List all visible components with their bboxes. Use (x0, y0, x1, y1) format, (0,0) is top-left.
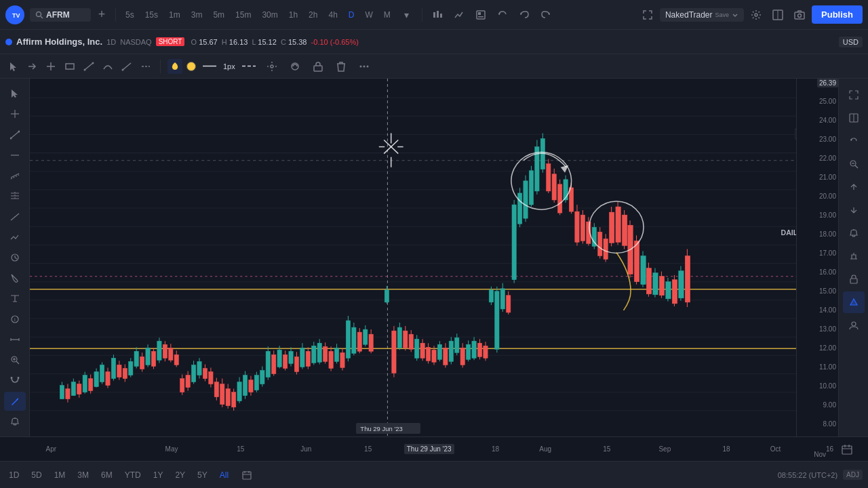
active-draw-tool[interactable] (4, 392, 26, 411)
adj-button[interactable]: ADJ (843, 470, 863, 480)
zoom-right[interactable] (843, 153, 865, 175)
cursor-tool-sidebar[interactable] (4, 84, 26, 103)
fullscreen-right[interactable] (843, 84, 865, 106)
magnet-tool[interactable] (4, 371, 26, 390)
date-picker[interactable] (237, 466, 256, 485)
tf-ytd[interactable]: YTD (121, 468, 144, 482)
time-30m[interactable]: 30m (258, 8, 281, 22)
zoom-tool[interactable] (4, 350, 26, 369)
tf-6m[interactable]: 6M (98, 468, 116, 482)
undo-button[interactable] (515, 5, 534, 24)
time-5m[interactable]: 5m (209, 8, 229, 22)
indicators-button[interactable] (450, 5, 469, 24)
redo-button[interactable] (536, 5, 555, 24)
time-may: May (165, 445, 178, 453)
time-1m[interactable]: 1m (165, 8, 184, 22)
svg-point-17 (798, 14, 802, 17)
cross-tool[interactable] (43, 59, 58, 74)
pattern-tool[interactable] (4, 228, 26, 247)
hline-sidebar[interactable] (4, 146, 26, 165)
alert-tool[interactable] (4, 412, 26, 431)
time-4h[interactable]: 4h (324, 8, 341, 22)
fib-tool[interactable] (4, 186, 26, 205)
bottom-timeframe-bar: 1D 5D 1M 3M 6M YTD 1Y 2Y 5Y All 08:55:22… (0, 461, 868, 488)
note-tool[interactable]: i (4, 310, 26, 329)
time-jun: Jun (300, 445, 311, 453)
arc-tool[interactable] (100, 59, 115, 74)
time-15s[interactable]: 15s (141, 8, 162, 22)
replay-button[interactable] (493, 5, 512, 24)
camera-button[interactable] (790, 5, 809, 24)
svg-point-343 (852, 322, 856, 326)
time-1w[interactable]: W (361, 8, 377, 22)
tf-5y[interactable]: 5Y (194, 468, 211, 482)
text-tool[interactable] (4, 289, 26, 308)
tf-3m[interactable]: 3M (74, 468, 92, 482)
measure-tool[interactable] (4, 330, 26, 349)
brush-tool[interactable] (4, 268, 26, 287)
trend-line-tool[interactable] (81, 59, 96, 74)
chart-type-button[interactable] (428, 5, 447, 24)
publish-button[interactable]: Publish (812, 5, 863, 24)
forecast-tool[interactable] (4, 248, 26, 267)
delete-button[interactable] (332, 57, 351, 76)
settings-button[interactable] (747, 5, 766, 24)
time-1h[interactable]: 1h (285, 8, 302, 22)
line-weight-label[interactable]: 1px (223, 62, 235, 70)
tf-1m[interactable]: 1M (51, 468, 69, 482)
color-swatch[interactable] (186, 62, 196, 71)
line-style-button[interactable] (200, 57, 219, 76)
add-symbol-button[interactable]: + (94, 7, 110, 23)
tf-2y[interactable]: 2Y (172, 468, 189, 482)
chart-area[interactable]: AFRM 24.37 21.47 18.28 17.95 14.50 9.06 … (30, 79, 838, 436)
alerts-right[interactable] (843, 222, 865, 244)
cursor-tool[interactable] (5, 59, 20, 74)
fullscreen-button[interactable] (638, 5, 657, 24)
tf-1d[interactable]: 1D (5, 468, 22, 482)
symbol-details: Affirm Holdings, Inc. 1D NASDAQ SHORT O … (5, 37, 359, 47)
replay-right[interactable] (843, 130, 865, 152)
time-3m[interactable]: 3m (187, 8, 207, 22)
time-1mo[interactable]: M (380, 8, 395, 22)
time-2h[interactable]: 2h (304, 8, 321, 22)
channel-tool[interactable] (4, 166, 26, 185)
tool-settings-button[interactable] (262, 57, 281, 76)
symbol-search[interactable]: AFRM (30, 8, 91, 22)
timeframe-dropdown[interactable]: ▾ (397, 5, 416, 24)
crosshair-tool[interactable] (4, 104, 26, 123)
notifications-right[interactable] (843, 245, 865, 267)
color-picker-button[interactable] (167, 59, 182, 74)
layout-button[interactable] (768, 5, 787, 24)
tf-1y[interactable]: 1Y (150, 468, 167, 482)
time-5s[interactable]: 5s (121, 8, 138, 22)
time-1d[interactable]: D (344, 8, 359, 22)
line-style-dropdown[interactable] (239, 57, 258, 76)
currency-selector[interactable]: USD (839, 37, 863, 47)
tf-5d[interactable]: 5D (28, 468, 45, 482)
tf-all[interactable]: All (216, 468, 232, 482)
ray-tool[interactable] (119, 59, 134, 74)
arrow-tool[interactable] (24, 59, 39, 74)
active-right[interactable] (843, 291, 865, 313)
account-menu[interactable]: NakedTrader Save (660, 8, 744, 22)
svg-rect-4 (433, 12, 435, 18)
trend-line-sidebar[interactable] (4, 125, 26, 144)
more-button[interactable] (355, 57, 374, 76)
hline-tool[interactable] (138, 59, 153, 74)
time-15m[interactable]: 15m (231, 8, 255, 22)
svg-point-33 (363, 65, 365, 67)
arrow-up-right[interactable] (843, 176, 865, 198)
arrow-down-right[interactable] (843, 199, 865, 221)
time-jun15: 15 (364, 445, 372, 453)
user-right[interactable] (843, 314, 865, 336)
chart-layout-right[interactable] (843, 107, 865, 129)
svg-rect-290 (641, 256, 646, 284)
templates-button[interactable] (471, 5, 490, 24)
gann-tool[interactable] (4, 207, 26, 226)
sync-button[interactable] (285, 57, 304, 76)
calendar-icon-container[interactable] (826, 444, 868, 455)
rect-tool[interactable] (62, 59, 77, 74)
lock-right[interactable] (843, 268, 865, 290)
lock-button[interactable] (309, 57, 328, 76)
svg-rect-8 (478, 12, 481, 15)
